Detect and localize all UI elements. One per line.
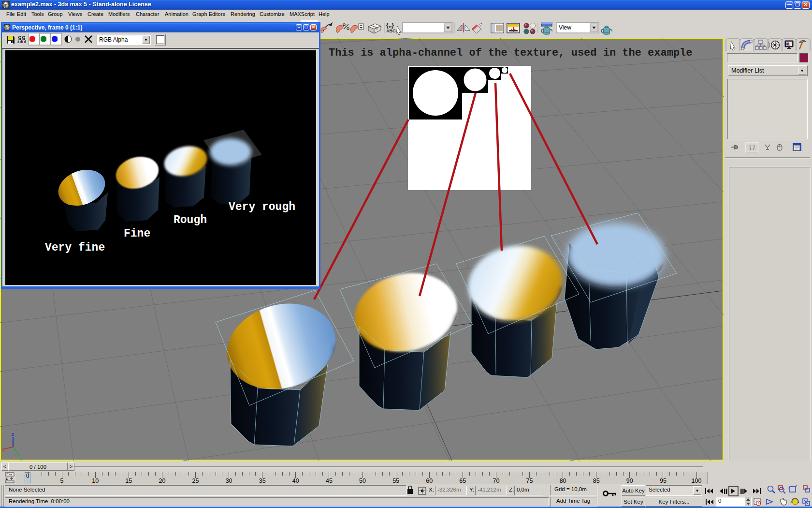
svg-text:y: y [19,456,23,461]
svg-text:85: 85 [593,478,600,484]
svg-text:10: 10 [92,478,99,484]
svg-text:25: 25 [192,478,199,484]
svg-text:75: 75 [526,478,533,484]
svg-text:45: 45 [326,478,333,484]
svg-text:This is alpha-channel of the t: This is alpha-channel of the texture, us… [329,47,693,59]
svg-text:Very rough: Very rough [229,201,295,213]
svg-text:35: 35 [259,478,266,484]
svg-text:20: 20 [159,478,165,484]
svg-text:60: 60 [426,478,433,484]
svg-text:50: 50 [359,478,366,484]
svg-text:5: 5 [60,478,64,484]
svg-text:View: View [559,24,571,31]
svg-text:15: 15 [125,478,132,484]
svg-text:90: 90 [626,478,633,484]
svg-text:30: 30 [226,478,232,484]
svg-text:70: 70 [493,478,499,484]
svg-text:x: x [2,447,5,453]
svg-text:Fine: Fine [124,227,150,240]
svg-text:100: 100 [692,478,702,484]
svg-text:55: 55 [392,478,399,484]
svg-text:65: 65 [459,478,466,484]
svg-text:{,,}: {,,} [386,22,394,29]
svg-text:z: z [11,432,14,437]
svg-text:80: 80 [560,478,566,484]
svg-text:95: 95 [660,478,667,484]
svg-text:40: 40 [292,478,299,484]
svg-text:Rough: Rough [174,214,207,226]
svg-text:Very fine: Very fine [45,241,105,254]
svg-text:ABC: ABC [386,29,396,33]
